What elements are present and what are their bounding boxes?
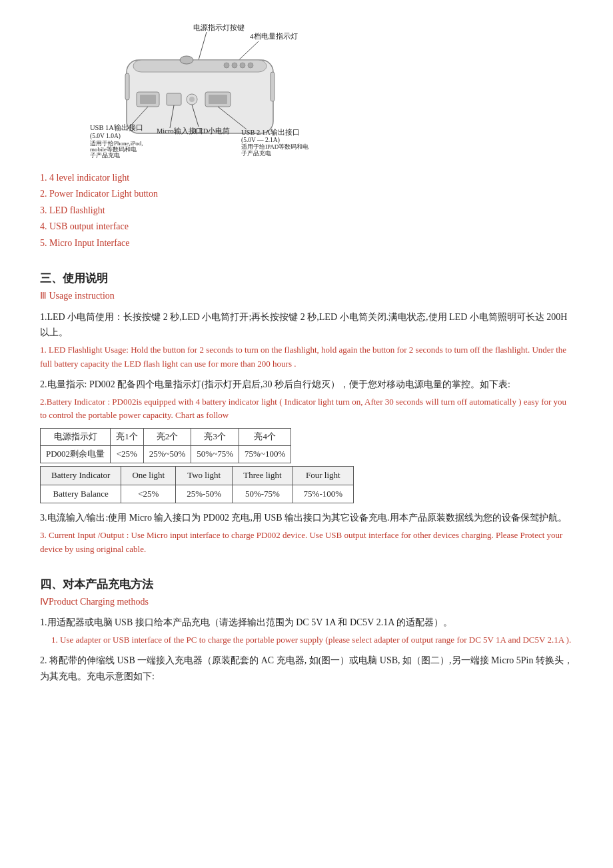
table-header-row-zh: 电源指示灯亮1个亮2个亮3个亮4个 — [41, 429, 291, 446]
section4-item1-zh: 1.用适配器或电脑 USB 接口给本产品充电（请选择输出范围为 DC 5V 1A… — [40, 615, 573, 631]
feature-item-1: 1. 4 level indicator light — [40, 171, 573, 185]
device-diagram: 电源指示灯按键 4档电量指示灯 — [53, 20, 360, 167]
section4-item1-list: Use adapter or USB interface of the PC t… — [60, 633, 573, 647]
section3-title-en: Ⅲ Usage instruction — [40, 289, 573, 303]
section3-item2-zh: 2.电量指示: PD002 配备四个电量指示灯(指示灯开启后,30 秒后自行熄灭… — [40, 377, 573, 393]
device-svg: 电源指示灯按键 4档电量指示灯 — [53, 20, 360, 167]
svg-text:子产品充电: 子产品充电 — [241, 150, 271, 157]
label-4level-zh: 4档电量指示灯 — [250, 32, 298, 40]
svg-point-4 — [180, 56, 193, 64]
svg-line-0 — [199, 32, 207, 60]
svg-point-5 — [224, 63, 229, 68]
svg-rect-3 — [133, 60, 267, 72]
label-usb1a: USB 1A输出接口 — [90, 123, 143, 131]
table-data-row-zh: PD002剩余电量<25%25%~50%50%~75%75%~100% — [41, 445, 291, 463]
svg-text:子产品充电: 子产品充电 — [90, 152, 120, 159]
section4-title-zh: 四、对本产品充电方法 — [40, 575, 573, 593]
svg-rect-15 — [209, 95, 227, 104]
svg-point-8 — [248, 63, 253, 68]
diagram-section: 电源指示灯按键 4档电量指示灯 — [40, 20, 573, 251]
feature-item-4: 4. USB output interface — [40, 219, 573, 234]
section4-title-en: ⅣProduct Charging methods — [40, 595, 573, 609]
section3-item1-en: 1. LED Flashlight Usage: Hold the button… — [40, 343, 573, 371]
svg-point-7 — [240, 63, 245, 68]
table-data-row-en: Battery Balance<25%25%-50%50%-75%75%-100… — [41, 485, 354, 503]
svg-rect-11 — [167, 93, 181, 105]
svg-text:(5.0V  1.0A): (5.0V 1.0A) — [90, 133, 121, 140]
section3-item1-zh: 1.LED 小电筒使用：长按按键 2 秒,LED 小电筒打开;再长按按键 2 秒… — [40, 309, 573, 341]
label-usb21a: USB 2.1A输出接口 — [241, 128, 300, 136]
svg-point-13 — [189, 97, 195, 102]
svg-point-6 — [232, 63, 237, 68]
feature-item-2: 2. Power Indicator Light button — [40, 187, 573, 201]
svg-text:适用于给IPAD等数码和电: 适用于给IPAD等数码和电 — [241, 143, 308, 150]
label-power-button-zh: 电源指示灯按键 — [193, 23, 245, 31]
label-led: LED小电筒 — [195, 127, 230, 135]
section4-item2-zh: 2. 将配带的伸缩线 USB 一端接入充电器（原装配套的 AC 充电器, 如(图… — [40, 653, 573, 685]
feature-item-5: 5. Micro Input Interface — [40, 236, 573, 251]
section4-item1-en: Use adapter or USB interface of the PC t… — [60, 633, 573, 647]
section3-item3-zh: 3.电流输入/输出:使用 Micro 输入接口为 PD002 充电,用 USB … — [40, 510, 573, 526]
svg-rect-17 — [271, 72, 275, 101]
battery-table-zh: 电源指示灯亮1个亮2个亮3个亮4个 PD002剩余电量<25%25%~50%50… — [40, 428, 291, 463]
table-header-row-en: Battery IndicatorOne lightTwo lightThree… — [41, 466, 354, 485]
section3-item3-en: 3. Current Input /Output : Use Micro inp… — [40, 529, 573, 557]
svg-rect-16 — [125, 73, 129, 100]
battery-table-en: Battery IndicatorOne lightTwo lightThree… — [40, 466, 354, 504]
section-4: 四、对本产品充电方法 ⅣProduct Charging methods 1.用… — [40, 575, 573, 685]
section3-title-zh: 三、使用说明 — [40, 269, 573, 287]
features-list: 1. 4 level indicator light 2. Power Indi… — [40, 171, 573, 251]
section-3: 三、使用说明 Ⅲ Usage instruction 1.LED 小电筒使用：长… — [40, 269, 573, 557]
feature-item-3: 3. LED flashlight — [40, 203, 573, 218]
section3-item2-en: 2.Battery Indicator : PD002is equipped w… — [40, 395, 573, 423]
svg-rect-10 — [140, 95, 156, 104]
